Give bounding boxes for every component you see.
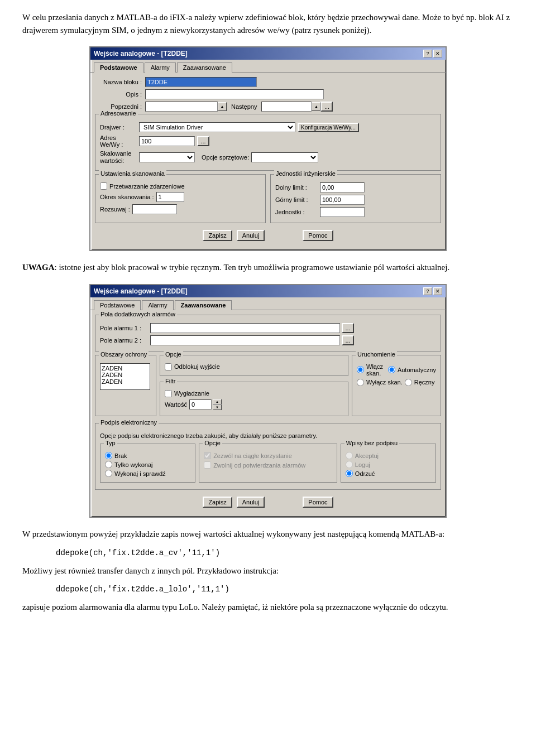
zapisz-btn-1[interactable]: Zapisz (203, 230, 232, 241)
reczny-radio[interactable] (405, 379, 412, 386)
tab-podstawowe-1[interactable]: Podstawowe (94, 62, 143, 73)
poprzedni-arrow[interactable]: ▲ (218, 102, 227, 111)
nastepny-input[interactable] (261, 102, 312, 112)
drajwer-select[interactable]: SIM Simulation Driver (139, 122, 295, 132)
anuluj-btn-1[interactable]: Anuluj (237, 230, 265, 241)
brak-radio[interactable] (105, 452, 112, 459)
brak-row: Brak (105, 452, 190, 459)
dialog-2-footer: Zapisz Anuluj Pomoc (95, 493, 441, 512)
obszary-listbox[interactable]: ZADEN ZADEN ZADEN (100, 363, 150, 390)
drajwer-row: Drajwer : SIM Simulation Driver Konfigur… (100, 122, 436, 132)
dialog-1-titlebar: Wejście analogowe - [T2DDE] ? ✕ (90, 47, 446, 60)
opis-label: Opis : (95, 91, 145, 98)
opcje-select[interactable] (251, 152, 318, 162)
pole2-input[interactable] (150, 335, 340, 345)
wlacz-radio[interactable] (357, 366, 364, 373)
skalowanie-row: Skalowanie wartości: Opcje sprzętowe: (100, 150, 436, 165)
adresowanie-label: Adresowanie (99, 110, 138, 117)
adres-input[interactable] (139, 136, 195, 146)
zezwol-checkbox[interactable] (204, 452, 211, 459)
skalowanie-select[interactable] (139, 152, 195, 162)
adres-browse-btn[interactable]: ... (197, 136, 209, 146)
adresowanie-section: Adresowanie Drajwer : SIM Simulation Dri… (95, 114, 441, 171)
pomoc-btn-2[interactable]: Pomoc (303, 497, 333, 508)
loguj-radio[interactable] (346, 461, 353, 468)
okres-label: Okres skanowania : (100, 194, 154, 201)
podpis-panels: Typ Brak Tylko wykonaj (100, 444, 436, 486)
adres-row: Adres We/Wy : ... (100, 134, 436, 148)
uruchomienie-label: Uruchomienie (356, 351, 397, 358)
okres-input[interactable] (156, 192, 184, 202)
wartosc-label: Wartość (165, 401, 187, 408)
jednostki2-label: Jednostki : (275, 209, 320, 215)
tylko-radio[interactable] (105, 461, 112, 468)
tab-alarmy-1[interactable]: Alarmy (145, 62, 176, 73)
close-button-2[interactable]: ✕ (433, 287, 442, 295)
help-button-2[interactable]: ? (423, 287, 432, 295)
opcje-podpis-section: Opcje Zezwól na ciągłe korzystanie Zwoln… (199, 444, 337, 483)
tab-zaawansowane-1[interactable]: Zaawansowane (177, 62, 232, 73)
wpisy-section: Wpisy bez podpisu Akceptuj Loguj (341, 444, 436, 483)
dolny-input[interactable] (320, 182, 365, 192)
pomoc-btn-1[interactable]: Pomoc (303, 230, 333, 241)
odrzuc-radio[interactable] (346, 470, 353, 477)
rozsuwaj-input[interactable] (132, 204, 177, 214)
middle-panels: Obszary ochrony ZADEN ZADEN ZADEN Opcje (95, 355, 441, 420)
wykonaj-label: Wykonaj i sprawdź (114, 470, 166, 477)
wpisy-label: Wpisy bez podpisu (344, 440, 399, 446)
pole2-browse-btn[interactable]: ... (342, 335, 354, 345)
automatyczny-radio[interactable] (388, 366, 395, 373)
paragraph-3: Możliwy jest również transfer danych z i… (22, 565, 514, 577)
dolny-label: Dolny limit : (275, 184, 320, 191)
przetwarzanie-label: Przetwarzanie zdarzeniowe (109, 183, 185, 190)
wlacz-label: Włącz skan. (366, 363, 386, 377)
uwaga-label: UWAGA (22, 263, 55, 272)
wartosc-up[interactable]: ▲ (213, 399, 222, 405)
dialog-1: Wejście analogowe - [T2DDE] ? ✕ Podstawo… (89, 46, 447, 251)
automatyczny-label: Automatyczny (398, 367, 436, 373)
okres-row: Okres skanowania : (100, 192, 261, 202)
wygladzanie-label: Wygładzanie (174, 390, 209, 397)
gorny-row: Górny limit : (275, 195, 436, 205)
wylacz-radio[interactable] (357, 379, 364, 386)
listbox-item-1: ZADEN (102, 365, 149, 372)
reczny-label: Ręczny (414, 379, 435, 386)
opis-row: Opis : (95, 89, 441, 99)
poprzedni-input[interactable] (145, 102, 218, 112)
wykonaj-radio[interactable] (105, 470, 112, 477)
jednostki2-input[interactable] (320, 207, 365, 217)
zwolnij-row: Zwolnij od potwierdzania alarmów (204, 461, 332, 469)
anuluj-btn-2[interactable]: Anuluj (237, 497, 265, 508)
close-button[interactable]: ✕ (433, 50, 442, 57)
typ-label: Typ (104, 440, 117, 446)
gorny-input[interactable] (320, 195, 365, 205)
odblokuj-checkbox[interactable] (165, 363, 172, 370)
dolny-row: Dolny limit : (275, 182, 436, 192)
nastepny-arrow[interactable]: ▲ (312, 102, 320, 111)
tab-alarmy-2[interactable]: Alarmy (142, 300, 173, 310)
zwolnij-checkbox[interactable] (204, 461, 211, 469)
zapisz-btn-2[interactable]: Zapisz (203, 497, 232, 508)
dialog-2-title: Wejście analogowe - [T2DDE] (94, 287, 188, 295)
konfiguracja-btn[interactable]: Konfiguracja We/Wy... (298, 123, 359, 132)
akceptuj-radio[interactable] (346, 452, 353, 459)
pola-label: Pola dodatkowych alarmów (99, 311, 177, 317)
opis-input[interactable] (145, 89, 324, 99)
nazwa-input[interactable] (145, 77, 257, 87)
pole1-input[interactable] (150, 323, 340, 333)
wartosc-input[interactable] (189, 399, 212, 410)
paragraph-1: W celu przesłania danych z MATLAB-a do i… (22, 11, 514, 36)
uwaga-text: : istotne jest aby blok pracował w trybi… (55, 263, 450, 272)
wartosc-spinner: ▲ ▼ (213, 399, 222, 410)
przetwarzanie-checkbox[interactable] (100, 182, 107, 190)
listbox-item-3: ZADEN (102, 378, 149, 385)
nastepny-browse-btn[interactable]: ... (320, 102, 333, 112)
wartosc-down[interactable]: ▼ (213, 405, 222, 410)
pole1-browse-btn[interactable]: ... (342, 323, 354, 333)
tab-podstawowe-2[interactable]: Podstawowe (94, 300, 141, 310)
listbox-item-2: ZADEN (102, 372, 149, 378)
nazwa-row: Nazwa bloku : (95, 77, 441, 87)
wygladzanie-checkbox[interactable] (165, 390, 172, 397)
tab-zaawansowane-2[interactable]: Zaawansowane (175, 300, 232, 310)
help-button[interactable]: ? (423, 50, 432, 57)
